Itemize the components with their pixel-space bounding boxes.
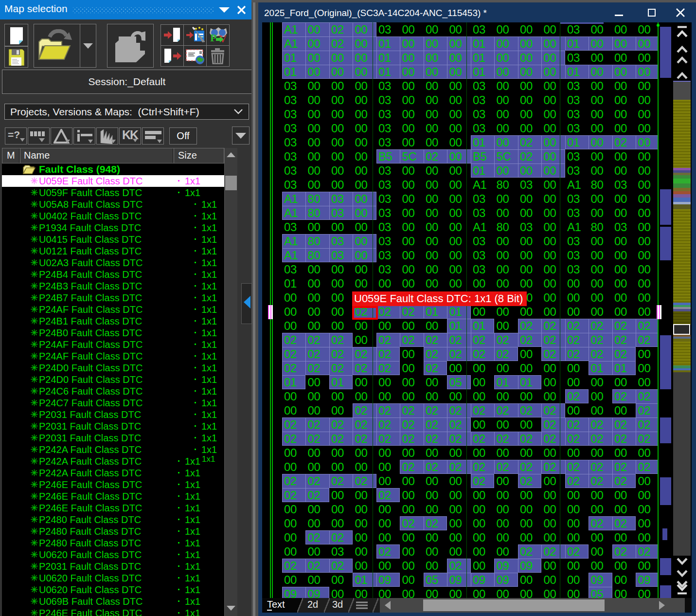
svg-text:P: P — [210, 32, 216, 44]
